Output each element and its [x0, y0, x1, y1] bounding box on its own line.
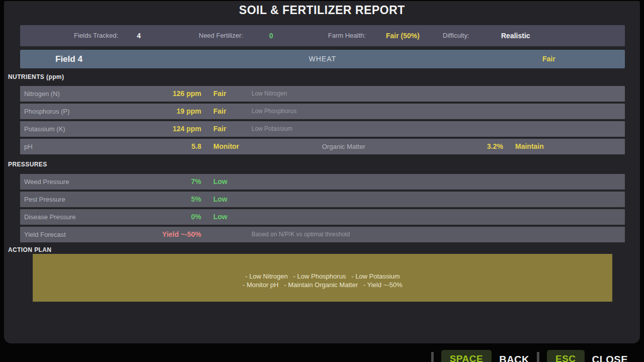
yield-forecast-row: Yield Forecast Yield ~-50% Based on N/P/… — [20, 227, 625, 242]
nutrient-note: Low Potassium — [252, 121, 292, 137]
difficulty-value: Realistic — [501, 25, 530, 46]
pressure-value: 5% — [20, 192, 201, 207]
organic-matter-value: 3.2% — [20, 139, 503, 154]
action-plan-line2: - Monitor pH - Maintain Organic Matter -… — [243, 281, 403, 289]
action-plan-box: - Low Nitrogen - Low Phosphorus - Low Po… — [33, 254, 612, 302]
yield-forecast-value: Yield ~-50% — [20, 227, 201, 242]
nutrient-note: Low Phosphorus — [252, 104, 296, 119]
stats-bar: Fields Tracked: 4 Need Fertilizer: 0 Far… — [20, 25, 625, 46]
need-fertilizer-value: 0 — [269, 25, 273, 46]
nutrient-note: Low Nitrogen — [252, 86, 287, 102]
footer-bar: SPACE BACK ESC CLOSE — [0, 350, 644, 362]
pressure-status: Low — [213, 209, 227, 225]
space-keycap[interactable]: SPACE — [441, 350, 492, 362]
pressure-row-weed: Weed Pressure 7% Low — [20, 174, 625, 190]
nutrient-row-ph: pH 5.8 Monitor Organic Matter 3.2% Maint… — [20, 139, 625, 154]
footer-separator — [431, 352, 434, 362]
nutrient-value: 126 ppm — [20, 86, 201, 102]
action-plan-line1: - Low Nitrogen - Low Phosphorus - Low Po… — [245, 272, 399, 281]
organic-matter-status: Maintain — [515, 139, 544, 154]
field-crop: WHEAT — [20, 50, 625, 68]
need-fertilizer-label: Need Fertilizer: — [199, 25, 243, 46]
yield-forecast-note: Based on N/P/K vs optimal threshold — [252, 227, 350, 242]
footer-separator — [537, 352, 539, 362]
pressure-value: 7% — [20, 174, 201, 190]
esc-keycap[interactable]: ESC — [547, 350, 585, 362]
nutrient-status: Fair — [213, 121, 226, 137]
nutrient-row-potassium: Potassium (K) 124 ppm Fair Low Potassium — [20, 121, 625, 137]
nutrients-table: Nitrogen (N) 126 ppm Fair Low Nitrogen P… — [20, 86, 625, 156]
pressure-row-disease: Disease Pressure 0% Low — [20, 209, 625, 225]
field-status: Fair — [542, 50, 555, 68]
nutrients-section-label: NUTRIENTS (ppm) — [8, 73, 64, 80]
nutrient-value: 124 ppm — [20, 121, 201, 137]
difficulty-label: Difficulty: — [443, 25, 469, 46]
action-plan-section-label: ACTION PLAN — [8, 246, 51, 253]
nutrient-status: Fair — [213, 104, 226, 119]
nutrient-status: Fair — [213, 86, 226, 102]
nutrient-row-nitrogen: Nitrogen (N) 126 ppm Fair Low Nitrogen — [20, 86, 625, 102]
pressures-table: Weed Pressure 7% Low Pest Pressure 5% Lo… — [20, 174, 625, 244]
fields-tracked-value: 4 — [137, 25, 141, 46]
pressure-value: 0% — [20, 209, 201, 225]
nutrient-value: 19 ppm — [20, 104, 201, 119]
close-button[interactable]: CLOSE — [592, 350, 628, 362]
pressure-status: Low — [213, 192, 227, 207]
page-title: SOIL & FERTILIZER REPORT — [0, 4, 644, 17]
farm-health-label: Farm Health: — [328, 25, 366, 46]
field-header-row[interactable]: Field 4 WHEAT Fair — [20, 50, 625, 68]
pressure-row-pest: Pest Pressure 5% Low — [20, 192, 625, 207]
pressures-section-label: PRESSURES — [8, 161, 47, 168]
farm-health-value: Fair (50%) — [386, 25, 420, 46]
back-button[interactable]: BACK — [499, 350, 529, 362]
pressure-status: Low — [213, 174, 227, 190]
fields-tracked-label: Fields Tracked: — [74, 25, 118, 46]
nutrient-row-phosphorus: Phosphorus (P) 19 ppm Fair Low Phosphoru… — [20, 104, 625, 119]
